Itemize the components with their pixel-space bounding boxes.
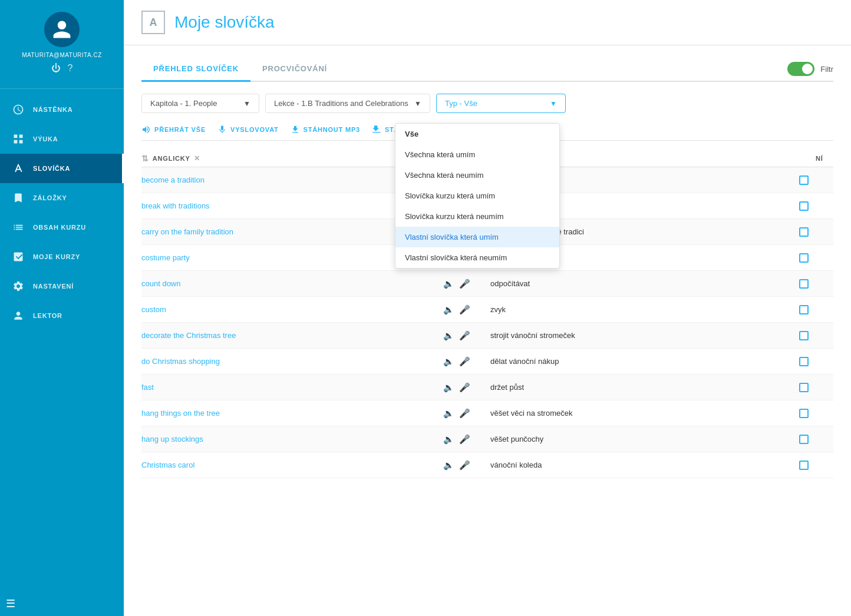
speaker-icon[interactable]: 🔈 — [443, 330, 454, 341]
speaker-icon[interactable]: 🔈 — [443, 304, 454, 315]
vocab-checkbox[interactable] — [792, 201, 816, 211]
mic-icon[interactable]: 🎤 — [459, 460, 470, 471]
speaker-icon[interactable]: 🔈 — [443, 460, 454, 471]
vocab-word-en[interactable]: decorate the Christmas tree — [141, 331, 443, 340]
checkbox[interactable] — [799, 253, 809, 263]
vocab-checkbox[interactable] — [792, 227, 816, 237]
checkbox[interactable] — [799, 435, 809, 444]
sidebar-item-slovicka[interactable]: SLOVÍČKA — [0, 154, 124, 183]
help-icon[interactable]: ? — [68, 63, 73, 74]
dropdown-item-vlastni-neumim[interactable]: Vlastní slovíčka která neumím — [395, 247, 559, 268]
sidebar-item-nastena[interactable]: NÁSTĚNKA — [0, 95, 124, 124]
mic-icon[interactable]: 🎤 — [459, 356, 470, 367]
checkbox[interactable] — [799, 409, 809, 418]
table-row: hang up stockings 🔈 🎤 věšet punčochy — [141, 426, 833, 452]
vocab-word-en[interactable]: custom — [141, 305, 443, 314]
vocab-checkbox[interactable] — [792, 331, 816, 340]
checkbox[interactable] — [799, 331, 809, 340]
clear-en-icon[interactable]: ✕ — [194, 154, 200, 163]
download-pdf-icon — [372, 125, 381, 134]
sidebar-collapse-button[interactable]: ☰ — [0, 597, 124, 610]
vyslovovat-button[interactable]: VYSLOVOVAT — [217, 125, 279, 134]
vocab-word-en[interactable]: do Christmas shopping — [141, 357, 443, 366]
vocab-checkbox[interactable] — [792, 409, 816, 418]
speaker-icon[interactable]: 🔈 — [443, 434, 454, 445]
checkbox[interactable] — [799, 175, 809, 185]
mic-icon[interactable]: 🎤 — [459, 382, 470, 393]
checkbox[interactable] — [799, 383, 809, 392]
dropdown-item-vse[interactable]: Vše — [395, 124, 559, 144]
speaker-icon[interactable]: 🔈 — [443, 382, 454, 393]
sidebar-item-nastaveni[interactable]: NASTAVENÍ — [0, 271, 124, 301]
speaker-icon[interactable]: 🔈 — [443, 408, 454, 419]
dropdown-item-vsechna-neumim[interactable]: Všechna která neumím — [395, 165, 559, 186]
checkbox[interactable] — [799, 279, 809, 289]
table-row: custom 🔈 🎤 zvyk — [141, 297, 833, 323]
sidebar-item-moje-kurzy[interactable]: MOJE KURZY — [0, 242, 124, 271]
lekce-filter[interactable]: Lekce - 1.B Traditions and Celebrations … — [265, 94, 430, 113]
mic-icon[interactable]: 🎤 — [459, 330, 470, 341]
vocab-checkbox[interactable] — [792, 383, 816, 392]
col-ni-label: NÍ — [816, 155, 823, 162]
sidebar-email: MATURITA@MATURITA.CZ — [22, 52, 102, 58]
sort-icon[interactable]: ⇅ — [141, 154, 149, 163]
dropdown-item-kurzu-neumim[interactable]: Slovíčka kurzu která neumím — [395, 206, 559, 227]
mic-icon[interactable]: 🎤 — [459, 434, 470, 445]
vocab-checkbox[interactable] — [792, 435, 816, 444]
person-icon — [12, 309, 25, 322]
vocab-checkbox[interactable] — [792, 253, 816, 263]
chevron-down-icon: ▼ — [550, 100, 557, 108]
vocab-word-en[interactable]: hang up stockings — [141, 435, 443, 443]
vocab-word-en[interactable]: Christmas carol — [141, 461, 443, 469]
sidebar-item-label: ZÁLOŽKY — [33, 194, 67, 201]
vocab-word-en[interactable]: fast — [141, 383, 443, 392]
clock-icon — [12, 103, 25, 116]
tab-procvicovani[interactable]: PROCVIČOVÁNÍ — [250, 57, 339, 82]
table-row: fast 🔈 🎤 držet půst — [141, 375, 833, 400]
filters-row: Kapitola - 1. People ▼ Lekce - 1.B Tradi… — [141, 94, 833, 113]
checkbox[interactable] — [799, 461, 809, 470]
kapitola-filter[interactable]: Kapitola - 1. People ▼ — [141, 94, 259, 113]
dropdown-item-vsechna-umim[interactable]: Všechna která umím — [395, 144, 559, 165]
mic-icon[interactable]: 🎤 — [459, 408, 470, 419]
sidebar-item-lektor[interactable]: LEKTOR — [0, 301, 124, 330]
dropdown-item-kurzu-umim[interactable]: Slovíčka kurzu která umím — [395, 186, 559, 206]
power-icon[interactable]: ⏻ — [51, 63, 61, 74]
mic-icon[interactable]: 🎤 — [459, 304, 470, 315]
vocab-checkbox[interactable] — [792, 357, 816, 366]
tab-prehled-slovicek[interactable]: PŘEHLED SLOVÍČEK — [141, 57, 250, 82]
list-icon — [12, 221, 25, 234]
page-title: Moje slovíčka — [174, 13, 275, 32]
typ-filter[interactable]: Typ - Vše ▼ — [436, 94, 566, 113]
sidebar-item-vyuka[interactable]: VÝUKA — [0, 124, 124, 154]
dropdown-item-vlastni-umim[interactable]: Vlastní slovíčka která umím — [395, 227, 559, 247]
speaker-icon[interactable]: 🔈 — [443, 279, 454, 289]
prehrat-vse-button[interactable]: PŘEHRÁT VŠE — [141, 125, 206, 134]
vocab-checkbox[interactable] — [792, 461, 816, 470]
sidebar-item-zalozky[interactable]: ZÁLOŽKY — [0, 183, 124, 213]
sidebar-divider — [0, 88, 124, 89]
sidebar-item-label: NÁSTĚNKA — [33, 106, 73, 113]
checkbox[interactable] — [799, 201, 809, 211]
sidebar-item-label: NASTAVENÍ — [33, 283, 74, 290]
checkbox[interactable] — [799, 357, 809, 366]
sidebar-item-obsah-kurzu[interactable]: OBSAH KURZU — [0, 213, 124, 242]
vocab-word-cz: dělat vánoční nákup — [490, 357, 792, 366]
stahnout-mp3-button[interactable]: STÁHNOUT MP3 — [291, 125, 360, 134]
speaker-icon[interactable]: 🔈 — [443, 356, 454, 367]
sidebar-item-label: OBSAH KURZU — [33, 224, 86, 231]
checkbox[interactable] — [799, 305, 809, 314]
sidebar: MATURITA@MATURITA.CZ ⏻ ? NÁSTĚNKA VÝUKA … — [0, 0, 124, 616]
vocab-word-en[interactable]: count down — [141, 279, 443, 288]
vocab-row-icons: 🔈 🎤 — [443, 304, 490, 315]
filter-toggle[interactable] — [787, 62, 814, 76]
col-ni-header: NÍ — [816, 154, 833, 163]
vocab-checkbox[interactable] — [792, 305, 816, 314]
sidebar-action-icons: ⏻ ? — [51, 63, 73, 74]
mic-icon[interactable]: 🎤 — [459, 279, 470, 289]
vocab-row-icons: 🔈 🎤 — [443, 408, 490, 419]
vocab-word-en[interactable]: hang things on the tree — [141, 409, 443, 418]
vocab-checkbox[interactable] — [792, 175, 816, 185]
vocab-checkbox[interactable] — [792, 279, 816, 289]
checkbox[interactable] — [799, 227, 809, 237]
